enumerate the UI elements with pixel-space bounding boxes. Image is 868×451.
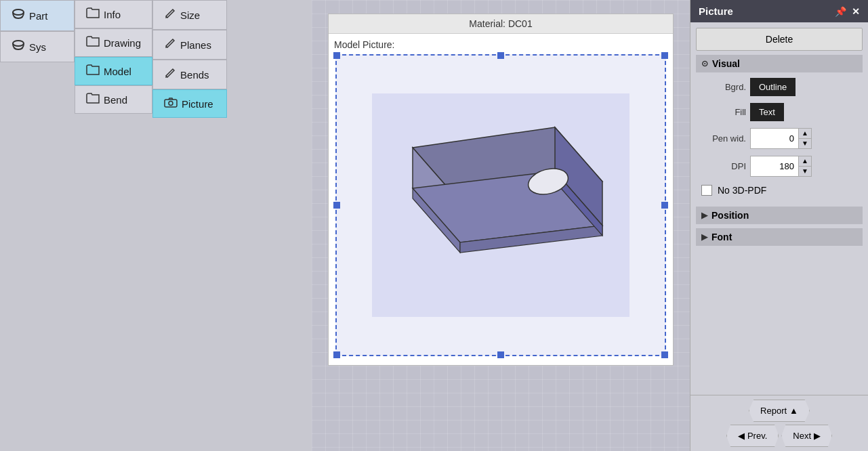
report-label: Report [760, 406, 787, 416]
report-up-icon: ▲ [789, 406, 798, 416]
dpi-up[interactable]: ▲ [799, 156, 811, 167]
nav-row-1: Part Sys Info [0, 0, 312, 118]
position-section-header[interactable]: ▶ Position [696, 207, 863, 224]
right-panel-title: Picture [699, 5, 733, 17]
part-icon [12, 7, 25, 24]
fill-label: Fill [699, 107, 746, 117]
handle-mid-right[interactable] [661, 202, 668, 209]
model-3d-view [337, 56, 665, 355]
visual-section-body: Bgrd. Outline Fill Text Pen wid. [696, 72, 863, 202]
prev-button[interactable]: ◀ Prev. [726, 425, 779, 447]
outline-button[interactable]: Outline [750, 78, 795, 96]
bgrd-row: Bgrd. Outline [696, 77, 863, 98]
nav-btn-info-label: Info [104, 9, 121, 20]
drawing-header: Material: DC01 [329, 14, 673, 34]
nav-btn-part[interactable]: Part [0, 0, 75, 31]
nav-btn-picture-label: Picture [182, 98, 213, 110]
pen-wid-input[interactable] [751, 131, 798, 146]
dpi-input-group: ▲ ▼ [750, 156, 812, 177]
nav-btn-part-label: Part [29, 10, 48, 22]
right-panel-header-icons: 📌 ✕ [835, 6, 860, 17]
handle-top-right[interactable] [661, 52, 668, 59]
nav-btn-bend-label: Bend [104, 94, 127, 106]
pen-wid-up[interactable]: ▲ [799, 129, 811, 139]
nav-btn-drawing[interactable]: Drawing [75, 28, 152, 57]
handle-top-left[interactable] [333, 52, 340, 59]
info-folder-icon [86, 7, 100, 21]
nav-btn-model-label: Model [104, 66, 131, 77]
nav-btn-bends[interactable]: Bends [152, 60, 227, 89]
next-label: Next [793, 431, 811, 441]
svg-point-0 [13, 9, 24, 15]
pen-wid-input-group: ▲ ▼ [750, 128, 812, 149]
handle-bot-right[interactable] [661, 351, 668, 358]
right-panel: Picture 📌 ✕ Delete ⊙ Visual Bgrd. Outlin… [690, 0, 868, 451]
handle-bot-left[interactable] [333, 351, 340, 358]
svg-rect-2 [165, 100, 177, 107]
dpi-spinners: ▲ ▼ [798, 156, 811, 176]
model-folder-icon [86, 64, 100, 78]
pin-icon[interactable]: 📌 [835, 6, 846, 17]
drawing-frame: Material: DC01 Model Picture: [328, 14, 674, 366]
nav-btn-bend[interactable]: Bend [75, 85, 152, 114]
picture-camera-icon [164, 97, 178, 110]
prev-left-icon: ◀ [738, 431, 745, 441]
bend-folder-icon [86, 93, 100, 106]
font-section: ▶ Font [696, 228, 863, 246]
nav-btn-planes-label: Planes [180, 39, 211, 51]
prev-next-row: ◀ Prev. Next ▶ [695, 425, 864, 447]
nav-btn-drawing-label: Drawing [104, 37, 141, 49]
position-toggle-icon: ▶ [701, 211, 707, 220]
bottom-nav: Report ▲ ◀ Prev. Next ▶ [690, 395, 868, 451]
size-pencil-icon [164, 7, 176, 22]
dpi-down[interactable]: ▼ [799, 167, 811, 176]
bends-pencil-icon [164, 67, 176, 82]
content-area: Material: DC01 Model Picture: [312, 0, 690, 451]
dpi-row: DPI ▲ ▼ [696, 154, 863, 178]
prev-label: Prev. [747, 431, 767, 441]
drawing-folder-icon [86, 36, 100, 49]
fill-row: Fill Text [696, 102, 863, 123]
nav-btn-info[interactable]: Info [75, 0, 152, 28]
handle-mid-left[interactable] [333, 202, 340, 209]
fill-btn-group: Text [750, 103, 784, 121]
bgrd-btn-group: Outline [750, 78, 795, 96]
next-right-icon: ▶ [814, 431, 821, 441]
bgrd-label: Bgrd. [699, 82, 746, 92]
pen-wid-row: Pen wid. ▲ ▼ [696, 127, 863, 150]
pen-wid-down[interactable]: ▼ [799, 139, 811, 148]
nav-btn-sys-label: Sys [29, 41, 46, 53]
handle-top-mid[interactable] [497, 52, 504, 59]
no-3dpdf-checkbox[interactable] [701, 185, 712, 196]
dpi-label: DPI [699, 161, 746, 171]
text-button[interactable]: Text [750, 103, 784, 121]
font-section-title: Font [711, 232, 732, 242]
visual-section-header[interactable]: ⊙ Visual [696, 55, 863, 72]
next-button[interactable]: Next ▶ [781, 425, 832, 447]
font-section-header[interactable]: ▶ Font [696, 228, 863, 246]
selection-box[interactable] [335, 54, 666, 356]
nav-btn-picture[interactable]: Picture [152, 89, 227, 118]
visual-section-title: Visual [712, 58, 740, 69]
visual-section: ⊙ Visual Bgrd. Outline Fill Text [696, 55, 863, 202]
no-3dpdf-row: No 3D-PDF [696, 182, 863, 198]
nav-btn-model[interactable]: Model [75, 57, 152, 85]
planes-pencil-icon [164, 37, 176, 52]
handle-bot-mid[interactable] [497, 351, 504, 358]
right-panel-body: Delete ⊙ Visual Bgrd. Outline Fill [690, 22, 868, 395]
tab-bar: Part Sys Info [0, 0, 312, 118]
svg-point-1 [13, 41, 24, 46]
nav-btn-size[interactable]: Size [152, 0, 227, 30]
pen-wid-label: Pen wid. [699, 133, 746, 144]
no-3dpdf-label: No 3D-PDF [718, 185, 766, 196]
nav-btn-planes[interactable]: Planes [152, 30, 227, 60]
report-button[interactable]: Report ▲ [749, 400, 810, 422]
close-icon[interactable]: ✕ [852, 6, 860, 17]
delete-button[interactable]: Delete [696, 28, 863, 51]
visual-toggle-icon: ⊙ [701, 59, 708, 68]
dpi-input[interactable] [751, 158, 798, 174]
nav-btn-bends-label: Bends [180, 69, 209, 81]
nav-btn-sys[interactable]: Sys [0, 31, 75, 62]
position-section-title: Position [711, 210, 749, 221]
material-value: DC01 [508, 18, 533, 29]
